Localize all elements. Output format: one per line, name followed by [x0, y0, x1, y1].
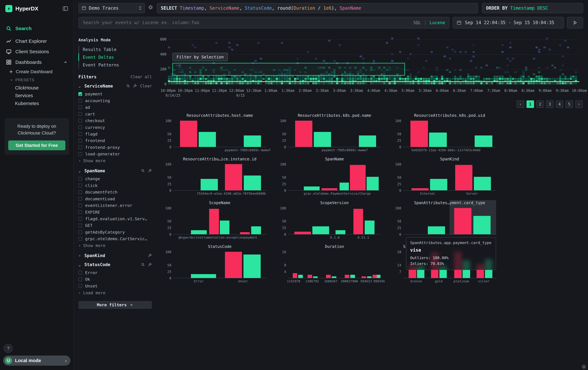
- sql-select-expression[interactable]: SELECT Timestamp, ServiceName, StatusCod…: [157, 3, 478, 13]
- help-button[interactable]: ?: [4, 344, 13, 353]
- bar-pink[interactable]: [353, 209, 363, 234]
- checkbox[interactable]: [78, 278, 82, 281]
- sidebar-item-services[interactable]: Services: [0, 92, 74, 100]
- bar-pink[interactable]: [350, 165, 366, 190]
- checkbox[interactable]: [78, 112, 82, 116]
- bar-green[interactable]: [243, 254, 261, 278]
- bar-pink[interactable]: [209, 209, 219, 234]
- bar-pink[interactable]: [326, 275, 331, 278]
- checkbox-checked[interactable]: [78, 92, 82, 96]
- bar-green[interactable]: [336, 230, 345, 234]
- clear-group-button[interactable]: Clear: [140, 84, 152, 88]
- date-range-picker[interactable]: Sep 14 22:04:35 - Sep 15 10:04:35: [452, 17, 564, 29]
- search-input[interactable]: [83, 20, 410, 25]
- order-by-box[interactable]: ORDER BY Timestamp DESC: [482, 3, 583, 13]
- bar-pink[interactable]: [373, 275, 377, 278]
- bar-green[interactable]: [191, 274, 216, 278]
- bar-green[interactable]: [475, 135, 492, 147]
- bar-green[interactable]: [244, 135, 261, 147]
- filter-group-header[interactable]: ⌄SpanName: [78, 168, 152, 173]
- bar-green[interactable]: [377, 275, 380, 278]
- filter-checkbox-row[interactable]: change: [78, 176, 152, 182]
- bar-green[interactable]: [332, 276, 336, 278]
- presets-toggle[interactable]: PRESETS: [0, 76, 74, 84]
- bar-pink[interactable]: [345, 275, 349, 278]
- bar-pink[interactable]: [225, 164, 242, 190]
- checkbox[interactable]: [78, 197, 82, 200]
- clear-all-filters-button[interactable]: Clear all: [131, 74, 152, 79]
- checkbox[interactable]: [78, 125, 82, 129]
- checkbox[interactable]: [78, 217, 82, 220]
- checkbox[interactable]: [78, 230, 82, 234]
- bar-pink[interactable]: [410, 121, 428, 147]
- mode-event-patterns[interactable]: Event Patterns: [78, 61, 152, 69]
- checkbox[interactable]: [78, 139, 82, 142]
- source-select[interactable]: Demo Traces: [78, 3, 145, 13]
- chart-plot[interactable]: 10050250: [173, 249, 266, 279]
- checkbox[interactable]: [78, 106, 82, 109]
- checkbox[interactable]: [78, 224, 82, 227]
- checkbox[interactable]: [78, 190, 82, 194]
- sidebar-item-client-sessions[interactable]: Client Sessions: [0, 47, 74, 57]
- sidebar-item-search[interactable]: Search: [0, 23, 74, 34]
- search-icon[interactable]: [126, 84, 130, 88]
- mode-results-table[interactable]: Results Table: [78, 46, 152, 53]
- chart-plot[interactable]: 10050250: [288, 161, 381, 191]
- mode-event-deltas[interactable]: Event Deltas: [78, 53, 152, 61]
- checkbox[interactable]: [78, 284, 82, 288]
- chart-plot[interactable]: 10050250: [403, 118, 496, 147]
- bar-green[interactable]: [298, 275, 303, 278]
- pin-icon[interactable]: [148, 262, 152, 267]
- filter-checkbox-row[interactable]: payment: [78, 91, 152, 97]
- sidebar-item-chart-explorer[interactable]: Chart Explorer: [0, 36, 74, 47]
- bar-green[interactable]: [350, 275, 355, 278]
- filter-checkbox-row[interactable]: frontend-proxy: [78, 144, 152, 150]
- checkbox[interactable]: [78, 271, 82, 274]
- create-dashboard-button[interactable]: Create Dashboard: [0, 67, 74, 76]
- filter-checkbox-row[interactable]: checkout: [78, 117, 152, 124]
- bar-green[interactable]: [429, 132, 447, 147]
- bar-green[interactable]: [244, 176, 261, 190]
- search-icon[interactable]: [141, 263, 145, 266]
- pin-icon[interactable]: [133, 84, 137, 88]
- filter-group-header[interactable]: ⌄ServiceNameClear: [78, 83, 152, 89]
- pin-icon[interactable]: [148, 169, 152, 173]
- bar-green[interactable]: [304, 186, 320, 190]
- filter-checkbox-row[interactable]: GET: [78, 222, 152, 229]
- bar-pink[interactable]: [322, 188, 337, 190]
- run-query-button[interactable]: [567, 17, 583, 29]
- filter-checkbox-row[interactable]: flagd: [78, 131, 152, 137]
- chart-plot[interactable]: 1684: [288, 249, 381, 279]
- bar-green[interactable]: [430, 179, 447, 190]
- bar-green[interactable]: [367, 276, 372, 278]
- bar-pink[interactable]: [454, 208, 472, 234]
- chart-plot[interactable]: 10050250: [173, 118, 266, 147]
- filter-checkbox-row[interactable]: load-generator: [78, 151, 152, 157]
- bar-green[interactable]: [359, 135, 376, 147]
- filter-checkbox-row[interactable]: eventListener.error: [78, 202, 152, 209]
- checkbox[interactable]: [78, 184, 82, 187]
- bar-pink[interactable]: [295, 121, 312, 147]
- page-settings-gear-icon[interactable]: [581, 364, 587, 370]
- chart-plot[interactable]: 10050250: [288, 118, 381, 147]
- filter-checkbox-row[interactable]: EXPIRE: [78, 209, 152, 215]
- bar-pink[interactable]: [240, 232, 250, 234]
- bar-green[interactable]: [367, 177, 379, 190]
- source-settings-gear-icon[interactable]: [148, 4, 153, 10]
- bar-green[interactable]: [428, 226, 445, 234]
- filter-checkbox-row[interactable]: frontend: [78, 137, 152, 144]
- filter-checkbox-row[interactable]: Ok: [78, 276, 152, 283]
- filter-checkbox-row[interactable]: currency: [78, 124, 152, 131]
- filter-checkbox-row[interactable]: ad: [78, 104, 152, 110]
- chart-plot[interactable]: 10050250: [173, 161, 266, 191]
- chevron-down-icon[interactable]: ⌄: [78, 83, 82, 88]
- filter-checkbox-row[interactable]: Unset: [78, 283, 152, 289]
- filter-by-selection-button[interactable]: Filter by Selection: [172, 53, 228, 61]
- chart-plot[interactable]: 10050250: [403, 161, 496, 191]
- bar-pink[interactable]: [455, 165, 472, 190]
- lucene-mode-toggle[interactable]: Lucene: [430, 20, 445, 25]
- filter-checkbox-row[interactable]: documentLoad: [78, 195, 152, 202]
- filter-checkbox-row[interactable]: click: [78, 182, 152, 189]
- checkbox[interactable]: [78, 145, 82, 149]
- checkbox[interactable]: [78, 152, 82, 156]
